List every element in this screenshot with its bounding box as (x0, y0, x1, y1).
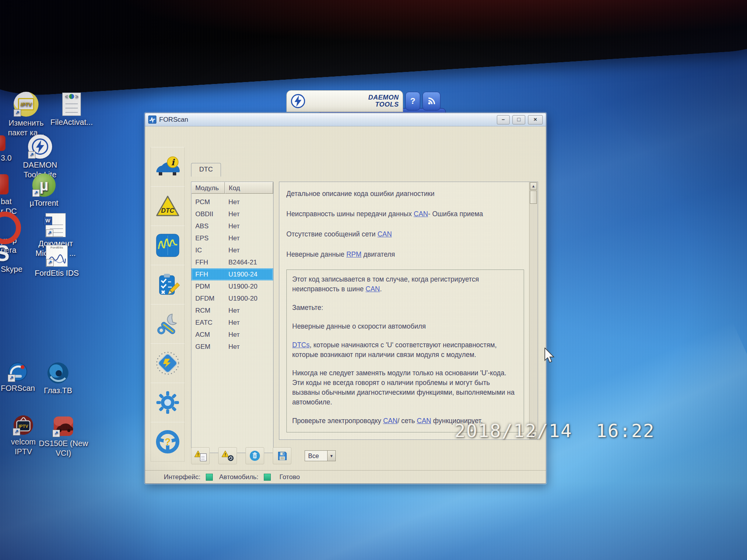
svg-text:>: > (75, 93, 79, 100)
scrollbar-thumb[interactable] (530, 191, 537, 204)
dtc-filter-select[interactable]: Все ▼ (305, 450, 336, 462)
can-link[interactable]: CAN (414, 210, 428, 218)
tab-dtc[interactable]: DTC (191, 163, 221, 177)
icon-label: DS150E (New (39, 439, 88, 448)
rpm-link[interactable]: RPM (346, 250, 361, 258)
desktop-icon-glaztv[interactable]: Глаз.ТВ (34, 362, 82, 396)
cropped-skype-icon: S (0, 242, 36, 264)
table-row[interactable]: EPSНет (191, 232, 273, 244)
vehicle-info-icon: i (155, 156, 180, 178)
table-row[interactable]: PDMU1900-20 (191, 280, 273, 292)
gadget-feed-button[interactable] (423, 92, 440, 110)
desktop-icon-daemon-tools[interactable]: ↗ DAEMON Tools Lite (15, 135, 65, 180)
cell-module: RCM (191, 304, 225, 317)
steering-wheel-help-icon: ? (156, 430, 180, 454)
desktop-icon-iptv-change[interactable]: IPTV ↗ Изменить пакет ка... (3, 92, 49, 138)
vertical-scrollbar[interactable]: ▲ ▼ (529, 182, 538, 439)
sidebar-vehicle-info-button[interactable]: i (151, 147, 185, 187)
cell-code: Нет (225, 244, 273, 256)
column-header-code[interactable]: Код (225, 182, 273, 194)
sidebar-modules-button[interactable] (151, 343, 185, 383)
cell-code: U1900-24 (225, 268, 273, 280)
clear-dtc-button[interactable] (245, 447, 264, 464)
sidebar-dtc-button[interactable]: DTC (151, 186, 185, 226)
sidebar-tests-button[interactable] (151, 265, 185, 304)
table-row[interactable]: OBDIIНет (191, 208, 273, 220)
cell-module: OBDII (191, 208, 225, 220)
text: Этот код записывается в том случае, когд… (292, 275, 479, 293)
cell-module: FFH (191, 268, 225, 280)
shortcut-arrow-icon: ↗ (53, 430, 60, 437)
scroll-up-button[interactable]: ▲ (530, 182, 537, 190)
cell-module: EPS (191, 232, 225, 244)
window-title: FORScan (159, 116, 188, 124)
sidebar-oscilloscope-button[interactable] (151, 226, 185, 265)
can-link[interactable]: CAN (417, 417, 431, 425)
cell-code: Нет (225, 341, 273, 353)
cell-code: U1900-20 (225, 292, 273, 304)
can-link[interactable]: CAN (366, 285, 380, 293)
table-row[interactable]: GEMНет (191, 341, 273, 353)
table-row[interactable]: RCMНет (191, 304, 273, 317)
camera-timestamp: 2018/12/14 16:22 (454, 420, 655, 441)
desktop-icon-forscan[interactable]: ↗ FORScan (0, 362, 36, 393)
sidebar-service-button[interactable] (151, 304, 185, 344)
minimize-button[interactable]: – (497, 115, 510, 124)
table-row[interactable]: ACMНет (191, 329, 273, 341)
table-row[interactable]: ABSНет (191, 220, 273, 232)
floppy-save-icon (277, 451, 288, 461)
window-titlebar[interactable]: FORScan – □ × (145, 113, 546, 126)
svg-text:DTC: DTC (161, 207, 175, 214)
help-label: ? (410, 96, 415, 106)
gadget-title: DAEMON TOOLS (309, 94, 399, 108)
can-link[interactable]: CAN (377, 230, 392, 238)
save-button[interactable] (273, 447, 291, 464)
iptv-icon: IPTV ↗ (14, 92, 39, 117)
maximize-button[interactable]: □ (512, 115, 525, 124)
text: Проверьте электропроводку (292, 417, 383, 425)
table-row[interactable]: FFHB2464-21 (191, 256, 273, 268)
dtc-reset-button[interactable]: ! (218, 447, 237, 464)
dtc-report-button[interactable]: ! (191, 447, 210, 464)
chevron-down-icon[interactable]: ▼ (327, 450, 336, 461)
table-row[interactable]: ICНет (191, 244, 273, 256)
desktop-icon-cut-skype[interactable]: S Skype (0, 242, 36, 274)
svg-text:!: ! (224, 452, 226, 457)
status-bar: Интерфейс: Автомобиль: Готово (145, 470, 546, 483)
note-line: Заметьте: (292, 303, 518, 313)
sidebar-help-button[interactable]: ? (151, 422, 185, 462)
report-doc-icon (200, 453, 207, 461)
sidebar: i DTC (151, 147, 185, 462)
text: Неисправность шины передачи данных (286, 210, 414, 218)
can-link[interactable]: CAN (383, 417, 398, 425)
text: - Ошибка приема (428, 210, 483, 218)
glaztv-icon (47, 362, 69, 384)
mu-glyph: µ (39, 175, 48, 195)
daemon-tools-gadget[interactable]: DAEMON TOOLS (286, 90, 403, 112)
gadget-help-button[interactable]: ? (405, 92, 420, 110)
icon-label: velcom IPTV (11, 438, 35, 456)
cropped-acrobat-icon (0, 174, 9, 194)
table-row[interactable]: DFDMU1900-20 (191, 292, 273, 304)
desktop-icon-fileactivat[interactable]: < > FileActivat... (50, 93, 93, 127)
table-row[interactable]: EATCНет (191, 317, 273, 329)
interface-status-label: Интерфейс: (164, 473, 200, 481)
icon-label: DAEMON (23, 161, 57, 169)
shortcut-arrow-icon: ↗ (13, 428, 20, 436)
note-line: DTCs, которые начинаются с 'U' соответст… (292, 340, 518, 360)
table-row-selected[interactable]: FFHU1900-24 (191, 268, 273, 280)
desktop-icon-utorrent[interactable]: µ ↗ µTorrent (20, 173, 68, 208)
dtcs-link[interactable]: DTCs (292, 341, 310, 349)
desktop-icon-ds150e[interactable]: ↗ DS150E (New VCI) (37, 415, 89, 458)
feed-icon (427, 97, 436, 105)
desktop-icon-fordetis[interactable]: FordEtis ↗ FordEtis IDS (31, 245, 82, 278)
iptv-badge: IPTV (18, 98, 35, 110)
tab-bar: DTC (191, 163, 221, 176)
shortcut-arrow-icon: ↗ (46, 229, 53, 237)
note-line: Неверные данные о скорости автомобиля (292, 322, 518, 331)
table-row[interactable]: PCMНет (191, 196, 273, 208)
text: Отсутствие сообщений сети (286, 230, 377, 238)
close-button[interactable]: × (528, 115, 543, 124)
column-header-module[interactable]: Модуль (191, 182, 225, 194)
sidebar-settings-button[interactable] (151, 383, 185, 422)
